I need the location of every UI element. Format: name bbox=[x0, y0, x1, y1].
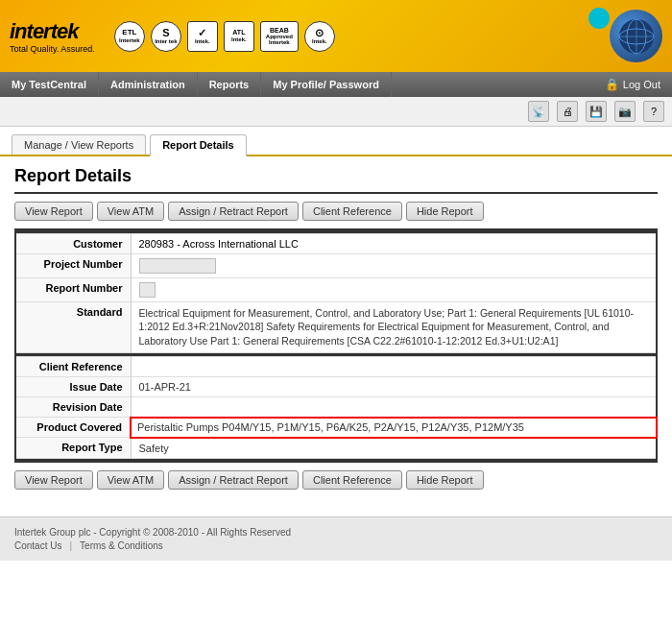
camera-icon[interactable]: 📷 bbox=[614, 101, 636, 122]
report-type-row: Report Type Safety bbox=[15, 438, 657, 459]
header-left: intertek Total Quality. Assured. ETL Int… bbox=[10, 19, 335, 54]
page-footer: Intertek Group plc - Copyright © 2008-20… bbox=[0, 516, 672, 561]
client-reference-button-bottom[interactable]: Client Reference bbox=[302, 470, 402, 490]
check-cert-icon: ✓ Intek. bbox=[187, 21, 218, 52]
report-number-row: Report Number bbox=[15, 277, 657, 301]
atl-cert-icon: ATL Intek. bbox=[224, 21, 254, 52]
assign-retract-button-bottom[interactable]: Assign / Retract Report bbox=[168, 470, 299, 490]
logo-area: intertek Total Quality. Assured. bbox=[10, 19, 95, 54]
beab-cert-icon: BEAB Approved Intertek bbox=[260, 21, 299, 52]
report-type-value: Safety bbox=[131, 438, 657, 459]
etl-cert-icon: ETL Intertek bbox=[114, 21, 145, 52]
footer-link-separator: | bbox=[69, 540, 72, 551]
nav-my-testcentral[interactable]: My TestCentral bbox=[0, 72, 99, 97]
revision-date-value bbox=[131, 396, 657, 418]
top-button-row: View Report View ATM Assign / Retract Re… bbox=[14, 202, 658, 221]
page-title: Report Details bbox=[14, 166, 658, 194]
page-content: Report Details View Report View ATM Assi… bbox=[0, 156, 672, 507]
project-number-value bbox=[131, 253, 657, 277]
revision-date-label: Revision Date bbox=[15, 396, 131, 418]
tabs-area: Manage / View Reports Report Details bbox=[0, 127, 672, 156]
leaf-cert-icon: ⊙ Intek. bbox=[304, 21, 335, 52]
nav-spacer bbox=[392, 72, 593, 97]
contact-us-link[interactable]: Contact Us bbox=[14, 540, 61, 551]
cert-icons-group: ETL Intertek S Inter tek ✓ Intek. ATL In… bbox=[114, 21, 335, 52]
standard-text: Electrical Equipment for Measurement, Co… bbox=[139, 307, 635, 347]
globe-icon bbox=[610, 10, 662, 62]
page-header: intertek Total Quality. Assured. ETL Int… bbox=[0, 0, 672, 72]
logo-text: intertek bbox=[10, 19, 95, 44]
navigation-bar: My TestCentral Administration Reports My… bbox=[0, 72, 672, 97]
logo-tagline: Total Quality. Assured. bbox=[10, 44, 95, 54]
print-icon[interactable]: 🖨 bbox=[557, 101, 578, 122]
customer-label: Customer bbox=[15, 233, 131, 253]
project-number-label: Project Number bbox=[15, 253, 131, 277]
standard-row: Standard Electrical Equipment for Measur… bbox=[15, 301, 657, 352]
terms-conditions-link[interactable]: Terms & Conditions bbox=[80, 540, 163, 551]
customer-value: 280983 - Across International LLC bbox=[131, 233, 657, 253]
toolbar-icons-row: 📡 🖨 💾 📷 ? bbox=[0, 97, 672, 127]
footer-links: Contact Us | Terms & Conditions bbox=[14, 540, 658, 551]
view-report-button-bottom[interactable]: View Report bbox=[14, 470, 93, 490]
tab-manage-view-reports[interactable]: Manage / View Reports bbox=[12, 134, 146, 155]
assign-retract-button-top[interactable]: Assign / Retract Report bbox=[168, 202, 299, 221]
client-reference-button-top[interactable]: Client Reference bbox=[302, 202, 402, 221]
bottom-button-row: View Report View ATM Assign / Retract Re… bbox=[14, 470, 658, 490]
tab-report-details[interactable]: Report Details bbox=[150, 134, 247, 156]
nav-my-profile[interactable]: My Profile/ Password bbox=[261, 72, 392, 97]
report-number-value bbox=[131, 277, 657, 301]
header-right bbox=[610, 10, 662, 62]
hide-report-button-top[interactable]: Hide Report bbox=[406, 202, 484, 221]
product-covered-label: Product Covered bbox=[15, 418, 131, 438]
teal-circle-decoration bbox=[588, 8, 610, 29]
copyright-text: Intertek Group plc - Copyright © 2008-20… bbox=[14, 527, 658, 538]
view-report-button-top[interactable]: View Report bbox=[14, 202, 93, 221]
s-cert-icon: S Inter tek bbox=[151, 21, 181, 52]
help-icon[interactable]: ? bbox=[643, 101, 664, 122]
logout-button[interactable]: 🔒 Log Out bbox=[593, 72, 672, 97]
issue-date-row: Issue Date 01-APR-21 bbox=[15, 376, 657, 396]
nav-administration[interactable]: Administration bbox=[99, 72, 198, 97]
save-icon[interactable]: 💾 bbox=[586, 101, 607, 122]
issue-date-label: Issue Date bbox=[15, 376, 131, 396]
issue-date-value: 01-APR-21 bbox=[131, 376, 657, 396]
bottom-divider bbox=[15, 458, 657, 462]
lock-icon: 🔒 bbox=[605, 78, 619, 91]
product-covered-row: Product Covered Peristaltic Pumps P04M/Y… bbox=[15, 418, 657, 438]
report-number-label: Report Number bbox=[15, 277, 131, 301]
logout-label: Log Out bbox=[623, 79, 660, 90]
rss-icon[interactable]: 📡 bbox=[528, 101, 549, 122]
client-reference-label: Client Reference bbox=[15, 356, 131, 376]
customer-row: Customer 280983 - Across International L… bbox=[15, 233, 657, 253]
revision-date-row: Revision Date bbox=[15, 396, 657, 418]
hide-report-button-bottom[interactable]: Hide Report bbox=[406, 470, 484, 490]
view-atm-button-top[interactable]: View ATM bbox=[97, 202, 165, 221]
client-reference-row: Client Reference bbox=[15, 356, 657, 376]
report-type-label: Report Type bbox=[15, 438, 131, 459]
standard-label: Standard bbox=[15, 301, 131, 352]
nav-reports[interactable]: Reports bbox=[198, 72, 262, 97]
client-reference-value bbox=[131, 356, 657, 376]
details-table: Customer 280983 - Across International L… bbox=[14, 228, 658, 463]
product-covered-value: Peristaltic Pumps P04M/Y15, P1M/Y15, P6A… bbox=[131, 418, 657, 438]
project-number-row: Project Number bbox=[15, 253, 657, 277]
standard-value: Electrical Equipment for Measurement, Co… bbox=[131, 301, 657, 352]
view-atm-button-bottom[interactable]: View ATM bbox=[97, 470, 165, 490]
